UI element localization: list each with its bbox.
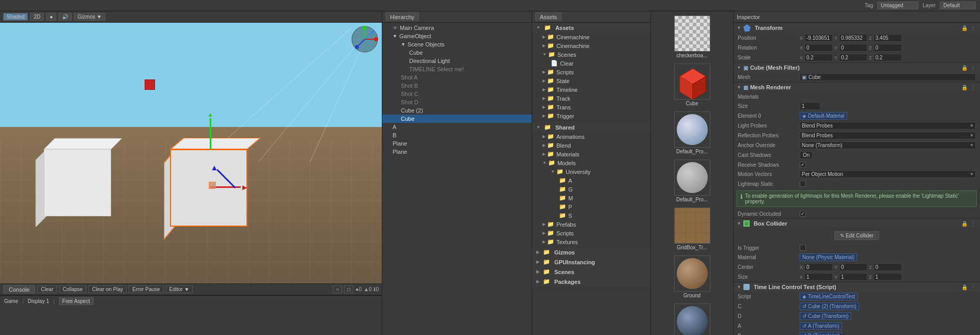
- collider-material-ref[interactable]: None (Physic Material): [800, 253, 857, 261]
- reflection-probes-dropdown[interactable]: Blend Probes ▼: [800, 132, 976, 139]
- light-button[interactable]: ●: [46, 13, 56, 21]
- hier-shot-b[interactable]: Shot B: [382, 82, 532, 90]
- assets-track[interactable]: ▶ 📁 Track: [532, 94, 650, 103]
- gpu-root[interactable]: ▶ 📁 GPUInstancing: [532, 257, 650, 267]
- cast-shadows-field[interactable]: On: [800, 151, 813, 159]
- assets-scripts2[interactable]: ▶ 📁 Scripts: [532, 229, 650, 237]
- assets-uni-p[interactable]: 📁 P: [532, 202, 650, 211]
- small-red-cube[interactable]: [145, 79, 155, 90]
- assets-scenes[interactable]: ▼ 📁 Scenes: [532, 50, 650, 59]
- hierarchy-tab[interactable]: Hierarchy: [385, 12, 419, 21]
- script-header[interactable]: ▼ Time Line Control Test (Script) 🔒 ⋮: [734, 282, 980, 292]
- assets-trans[interactable]: ▶ 📁 Trans: [532, 103, 650, 111]
- light-probes-dropdown[interactable]: Blend Probes ▼: [800, 122, 976, 130]
- assets-materials[interactable]: ▶ 📁 Materials: [532, 150, 650, 158]
- hier-directional-light[interactable]: Directional Light: [382, 57, 532, 65]
- assets-trigger[interactable]: ▶ 📁 Trigger: [532, 111, 650, 120]
- hier-plane2[interactable]: Plane: [382, 148, 532, 156]
- scale-y[interactable]: [839, 54, 867, 61]
- box-size-z[interactable]: [874, 273, 902, 281]
- receive-shadows-checkbox[interactable]: [800, 162, 806, 168]
- assets-textures[interactable]: ▶ 📁 Textures: [532, 237, 650, 246]
- 2d-button[interactable]: 2D: [30, 13, 44, 21]
- hier-timeline[interactable]: TIMELINE Select me!: [382, 65, 532, 73]
- clear-button[interactable]: Clear: [37, 285, 57, 293]
- box-collider-menu-btn[interactable]: ⋮: [970, 221, 977, 227]
- game-label[interactable]: Game: [4, 298, 18, 304]
- shared-root[interactable]: ▼ 📁 Shared: [532, 122, 650, 132]
- hier-main-camera[interactable]: 👁 Main Camera: [382, 24, 532, 32]
- rotation-y[interactable]: [839, 44, 867, 52]
- assets-animations[interactable]: ▶ 📁 Animations: [532, 132, 650, 141]
- box-size-x[interactable]: [804, 273, 833, 281]
- console-tab[interactable]: Console: [3, 285, 35, 294]
- assets-scripts[interactable]: ▶ 📁 Scripts: [532, 68, 650, 76]
- mesh-renderer-menu-btn[interactable]: ⋮: [970, 85, 977, 90]
- script-c-ref[interactable]: ↺ Cube (2) (Transform): [800, 302, 859, 310]
- assets-tab[interactable]: Assets: [535, 12, 562, 21]
- cube-right-selected[interactable]: [154, 123, 258, 227]
- assets-timeline[interactable]: ▶ 📁 Timeline: [532, 85, 650, 94]
- element0-ref[interactable]: ◈ Default-Material: [800, 112, 847, 120]
- size-input[interactable]: [800, 102, 820, 110]
- lightmap-static-checkbox[interactable]: [800, 181, 806, 187]
- assets-clear[interactable]: 📄 Clear: [532, 59, 650, 68]
- hier-a[interactable]: A: [382, 123, 532, 131]
- cube-left[interactable]: [28, 141, 116, 216]
- assets-university[interactable]: ▼ 📁 University: [532, 167, 650, 176]
- assets-root[interactable]: ▼ 📁 Assets: [532, 23, 650, 33]
- transform-lock-btn[interactable]: 🔒: [960, 25, 969, 31]
- mesh-renderer-header[interactable]: ▼ ▦ Mesh Renderer 🔒 ⋮: [734, 83, 980, 92]
- box-collider-header[interactable]: ▼ Box Collider 🔒 ⋮: [734, 219, 980, 228]
- script-lock-btn[interactable]: 🔒: [960, 284, 969, 290]
- transform-menu-btn[interactable]: ⋮: [970, 25, 977, 31]
- tag-value[interactable]: Untagged: [877, 2, 919, 9]
- box-collider-lock-btn[interactable]: 🔒: [960, 221, 969, 227]
- gizmo-y-axis[interactable]: [210, 118, 211, 149]
- assets-cinemachine2[interactable]: ▶ 📁 Cinemachine: [532, 41, 650, 50]
- hier-shot-d[interactable]: Shot D: [382, 98, 532, 106]
- scene-canvas[interactable]: [0, 23, 382, 283]
- script-b-ref[interactable]: ↺ B (Transform): [800, 332, 842, 335]
- mesh-renderer-lock-btn[interactable]: 🔒: [960, 85, 969, 90]
- editor-button[interactable]: Editor ▼: [166, 285, 193, 293]
- minimize-button[interactable]: ○: [333, 285, 342, 293]
- rotation-z[interactable]: [874, 44, 902, 52]
- hier-cube[interactable]: Cube: [382, 49, 532, 57]
- center-x[interactable]: [804, 263, 833, 271]
- assets-uni-m[interactable]: 📁 M: [532, 194, 650, 202]
- preview-ground-big[interactable]: Ground big: [651, 301, 733, 335]
- gizmo-center[interactable]: [209, 182, 216, 189]
- script-menu-btn[interactable]: ⋮: [970, 284, 977, 290]
- collapse-button[interactable]: Collapse: [59, 285, 86, 293]
- gizmos-button[interactable]: Gizmos ▼: [74, 13, 105, 21]
- preview-default-pro1[interactable]: Default_Pro...: [651, 109, 733, 156]
- aspect-dropdown[interactable]: Free Aspect: [59, 297, 94, 305]
- packages-root[interactable]: ▶ 📁 Packages: [532, 277, 650, 286]
- clear-on-play-button[interactable]: Clear on Play: [88, 285, 127, 293]
- hier-gameobject[interactable]: ▼ GameObject: [382, 32, 532, 40]
- center-y[interactable]: [839, 263, 867, 271]
- assets-uni-s[interactable]: 📁 S: [532, 211, 650, 220]
- hier-cube-selected[interactable]: Cube: [382, 115, 532, 123]
- dynamic-occluded-checkbox[interactable]: [800, 211, 806, 217]
- display-label[interactable]: Display 1: [28, 298, 49, 304]
- mesh-filter-lock-btn[interactable]: 🔒: [960, 65, 969, 71]
- preview-ground[interactable]: Ground: [651, 253, 733, 300]
- assets-uni-g[interactable]: 📁 G: [532, 185, 650, 194]
- position-x[interactable]: [804, 34, 833, 42]
- box-size-y[interactable]: [839, 273, 867, 281]
- assets-state[interactable]: ▶ 📁 State: [532, 76, 650, 85]
- mesh-field[interactable]: ▣ Cube: [800, 73, 976, 81]
- mesh-filter-header[interactable]: ▼ ▣ Cube (Mesh Filter) 🔒 ⋮: [734, 63, 980, 72]
- gizmos-root[interactable]: ▶ 📁 Gizmos: [532, 247, 650, 257]
- scale-x[interactable]: [804, 54, 833, 61]
- rotation-x[interactable]: [804, 44, 833, 52]
- assets-blend[interactable]: ▶ 📁 Blend: [532, 141, 650, 150]
- assets-prefabs[interactable]: ▶ 📁 Prefabs: [532, 220, 650, 229]
- motion-vectors-dropdown[interactable]: Per Object Motion ▼: [800, 170, 976, 178]
- script-ref[interactable]: ◈ TimeLineControlTest: [800, 293, 858, 300]
- mesh-filter-menu-btn[interactable]: ⋮: [970, 65, 977, 71]
- position-z[interactable]: [874, 34, 902, 42]
- script-a-ref[interactable]: ↺ A (Transform): [800, 322, 842, 330]
